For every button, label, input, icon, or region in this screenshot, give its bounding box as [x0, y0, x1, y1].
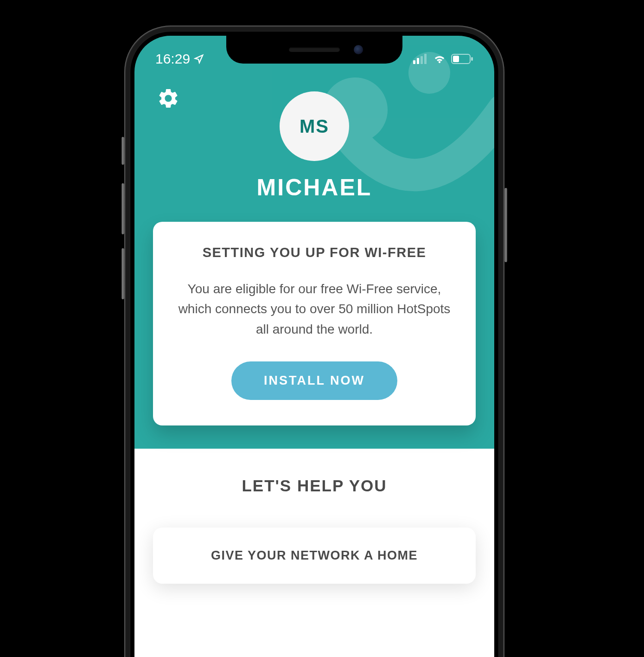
settings-button[interactable]	[157, 87, 180, 110]
username-label: MICHAEL	[257, 174, 372, 201]
wifree-card: SETTING YOU UP FOR WI-FREE You are eligi…	[153, 222, 476, 425]
avatar[interactable]: MS	[280, 91, 349, 161]
gear-icon	[157, 87, 180, 110]
phone-frame: 16:29	[124, 26, 504, 657]
mute-switch	[121, 137, 124, 165]
front-camera	[354, 45, 363, 54]
svg-rect-4	[421, 56, 423, 64]
power-button	[504, 188, 507, 262]
volume-down-button	[121, 248, 124, 299]
install-now-button[interactable]: INSTALL NOW	[231, 361, 397, 400]
wifree-card-body: You are eligible for our free Wi-Free se…	[172, 279, 457, 339]
status-time: 16:29	[155, 51, 190, 67]
speaker	[289, 47, 340, 52]
cellular-signal-icon	[413, 54, 428, 64]
location-icon	[194, 54, 204, 64]
help-section-title: LET'S HELP YOU	[153, 477, 476, 495]
volume-up-button	[121, 183, 124, 234]
phone-screen: 16:29	[134, 36, 494, 657]
avatar-initials: MS	[300, 116, 329, 137]
phone-notch	[226, 36, 402, 64]
svg-rect-5	[424, 54, 427, 64]
battery-icon	[451, 54, 473, 64]
wifree-card-title: SETTING YOU UP FOR WI-FREE	[172, 245, 457, 260]
wifi-icon	[433, 54, 446, 64]
svg-rect-3	[417, 58, 419, 64]
network-home-card[interactable]: GIVE YOUR NETWORK A HOME	[153, 528, 476, 584]
network-home-card-title: GIVE YOUR NETWORK A HOME	[167, 548, 462, 563]
help-section: LET'S HELP YOU GIVE YOUR NETWORK A HOME	[134, 449, 494, 657]
svg-rect-8	[453, 56, 459, 62]
svg-rect-2	[413, 60, 415, 64]
profile-block: MS MICHAEL	[134, 91, 494, 201]
phone-bezel: 16:29	[130, 31, 499, 657]
svg-rect-7	[471, 57, 473, 61]
